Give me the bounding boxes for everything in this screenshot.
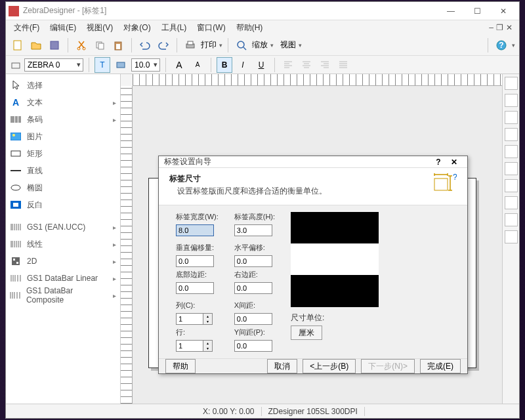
underline-button[interactable]: U — [253, 57, 269, 73]
bmargin-input[interactable] — [176, 282, 214, 294]
align-right-icon[interactable] — [317, 57, 333, 73]
align-left-icon[interactable] — [280, 57, 296, 73]
spinner-icon[interactable]: ▴▾ — [203, 340, 213, 352]
font-grow-icon[interactable]: A — [171, 57, 187, 73]
voffset-input[interactable] — [176, 255, 214, 267]
width-input[interactable] — [176, 224, 214, 236]
printer-icon[interactable] — [182, 37, 198, 53]
hoffset-label: 水平偏移: — [234, 243, 275, 253]
mdi-restore[interactable]: ❐ — [496, 23, 503, 32]
dialog-titlebar: 标签设置向导 ? ✕ — [159, 156, 467, 168]
ruler-vertical — [121, 86, 133, 404]
bold-button[interactable]: B — [217, 57, 232, 73]
expand-icon: ▸ — [113, 292, 116, 299]
maximize-button[interactable]: ☐ — [464, 3, 490, 20]
align-tool-icon[interactable] — [505, 128, 518, 141]
align-tool-icon[interactable] — [505, 111, 518, 124]
sidebar-item-label: 直线 — [27, 165, 43, 177]
help-button[interactable]: 帮助 — [165, 359, 196, 373]
svg-rect-23 — [13, 259, 15, 261]
xgap-input[interactable] — [234, 313, 272, 325]
zoom-label[interactable]: 缩放 — [252, 39, 268, 51]
sidebar-item-ellipse[interactable]: 椭圆 — [7, 179, 119, 196]
align-tool-icon[interactable] — [505, 162, 518, 175]
align-tool-icon[interactable] — [505, 77, 518, 90]
line-icon — [10, 165, 22, 176]
paste-icon[interactable] — [110, 37, 126, 53]
align-tool-icon[interactable] — [505, 179, 518, 192]
finish-button[interactable]: 完成(E) — [420, 359, 461, 373]
sidebar-item-select[interactable]: 选择 — [7, 77, 119, 94]
sidebar-item-2d[interactable]: 2D▸ — [7, 253, 119, 270]
text-mode-icon[interactable]: T — [94, 57, 110, 73]
mdi-close[interactable]: ✕ — [506, 23, 513, 32]
sidebar-item-image[interactable]: 图片 — [7, 128, 119, 145]
print-label[interactable]: 打印 — [201, 39, 217, 51]
cut-icon[interactable] — [74, 37, 89, 53]
menu-view[interactable]: 视图(V) — [81, 21, 118, 35]
font-shrink-icon[interactable]: A — [190, 57, 205, 73]
spinner-icon[interactable]: ▴▾ — [203, 313, 213, 325]
help-icon[interactable]: ? — [494, 37, 509, 53]
align-tool-icon[interactable] — [505, 145, 518, 158]
undo-icon[interactable] — [137, 37, 153, 53]
svg-rect-0 — [14, 41, 21, 50]
align-tool-icon[interactable] — [505, 94, 518, 107]
svg-rect-7 — [116, 44, 120, 49]
sidebar-item-rect[interactable]: 矩形 — [7, 145, 119, 162]
save-icon[interactable] — [47, 37, 62, 53]
menu-edit[interactable]: 编辑(E) — [45, 21, 81, 35]
height-input[interactable] — [234, 224, 272, 236]
dialog-close-button[interactable]: ✕ — [446, 158, 462, 167]
align-tool-icon[interactable] — [505, 230, 518, 243]
object-sidebar: 选择 A文本▸ 条码▸ 图片 矩形 直线 椭圆 反白 GS1 (EAN.UCC)… — [6, 74, 121, 404]
mdi-min[interactable]: – — [489, 23, 494, 32]
new-icon[interactable] — [10, 37, 26, 53]
printer-combo[interactable]: ZEBRA 0 — [24, 58, 83, 72]
align-tool-icon[interactable] — [505, 213, 518, 226]
cols-input[interactable] — [176, 313, 203, 325]
svg-rect-5 — [98, 43, 104, 49]
sidebar-item-line[interactable]: 直线 — [7, 162, 119, 179]
align-tool-icon[interactable] — [505, 196, 518, 209]
back-button[interactable]: <上一步(B) — [303, 359, 356, 373]
menu-help[interactable]: 帮助(H) — [231, 21, 268, 35]
sidebar-item-barcode[interactable]: 条码▸ — [7, 111, 119, 128]
redo-icon[interactable] — [156, 37, 171, 53]
hoffset-input[interactable] — [234, 255, 272, 267]
rmargin-input[interactable] — [234, 282, 272, 294]
svg-rect-15 — [117, 62, 125, 68]
copy-icon[interactable] — [92, 37, 108, 53]
sidebar-item-linear[interactable]: 线性▸ — [7, 236, 119, 253]
view-label[interactable]: 视图 — [280, 39, 296, 51]
zoom-icon[interactable] — [234, 37, 249, 53]
minimize-button[interactable]: — — [438, 3, 464, 20]
align-justify-icon[interactable] — [335, 57, 351, 73]
height-label: 标签高度(H): — [234, 212, 275, 222]
wizard-step-title: 标签尺寸 — [169, 173, 433, 184]
label-mode-icon[interactable] — [113, 57, 129, 73]
close-button[interactable]: ✕ — [490, 3, 516, 20]
svg-rect-25 — [434, 178, 448, 190]
menu-tools[interactable]: 工具(L) — [156, 21, 192, 35]
align-center-icon[interactable] — [299, 57, 314, 73]
menu-file[interactable]: 文件(F) — [9, 21, 45, 35]
sidebar-item-gs1[interactable]: GS1 (EAN.UCC)▸ — [7, 219, 119, 236]
rows-input[interactable] — [176, 340, 203, 352]
sidebar-item-text[interactable]: A文本▸ — [7, 94, 119, 111]
menu-window[interactable]: 窗口(W) — [192, 21, 230, 35]
cancel-button[interactable]: 取消 — [267, 359, 297, 373]
fontsize-combo[interactable]: 10.0 — [131, 58, 160, 72]
menu-object[interactable]: 对象(O) — [118, 21, 156, 35]
sidebar-item-databar-linear[interactable]: GS1 DataBar Linear▸ — [7, 270, 119, 287]
sidebar-item-inverse[interactable]: 反白 — [7, 196, 119, 213]
open-icon[interactable] — [28, 37, 44, 53]
unit-button[interactable]: 厘米 — [291, 326, 322, 340]
dialog-help-button[interactable]: ? — [430, 158, 446, 167]
sidebar-item-databar-composite[interactable]: GS1 DataBar Composite▸ — [7, 287, 119, 304]
wizard-body: 标签宽度(W): 垂直偏移量: 底部边距: 列(C): ▴▾ 行: ▴▾ 标签高… — [159, 205, 467, 358]
wizard-buttons: 帮助 取消 <上一步(B) 下一步(N)> 完成(E) — [159, 358, 467, 373]
italic-button[interactable]: I — [235, 57, 251, 73]
sidebar-item-label: 条码 — [27, 114, 43, 125]
ygap-input[interactable] — [234, 340, 272, 352]
